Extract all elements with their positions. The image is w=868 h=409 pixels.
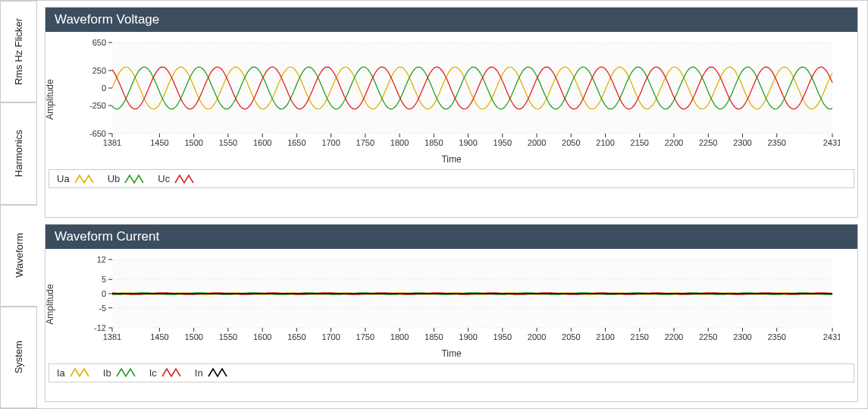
legend-item-ib[interactable]: Ib xyxy=(103,367,136,379)
legend-label: Ic xyxy=(149,367,157,379)
svg-text:2300: 2300 xyxy=(733,138,751,147)
svg-text:2100: 2100 xyxy=(596,138,614,147)
legend-item-ub[interactable]: Ub xyxy=(108,173,145,184)
tab-label: Rms Hz Flicker xyxy=(13,18,24,85)
svg-text:250: 250 xyxy=(92,66,106,75)
svg-text:2050: 2050 xyxy=(562,138,580,147)
legend-label: Uc xyxy=(158,173,170,184)
current-chart: Amplitude -12-50512138114501500155016001… xyxy=(45,249,857,360)
svg-text:1550: 1550 xyxy=(219,138,237,147)
legend-swatch-icon xyxy=(208,367,227,378)
svg-text:1900: 1900 xyxy=(459,138,477,147)
tab-waveform[interactable]: Waveform xyxy=(1,205,37,307)
svg-text:1850: 1850 xyxy=(425,332,443,341)
svg-text:1900: 1900 xyxy=(459,332,477,341)
legend-label: Ua xyxy=(57,173,70,184)
svg-text:1700: 1700 xyxy=(321,332,340,341)
voltage-panel: Waveform Voltage Amplitude -650-25002506… xyxy=(45,7,858,218)
tab-harmonics[interactable]: Harmonics xyxy=(1,102,37,204)
tab-rms-hz-flicker[interactable]: Rms Hz Flicker xyxy=(1,1,37,102)
svg-text:2200: 2200 xyxy=(665,138,683,147)
svg-text:-250: -250 xyxy=(89,101,106,110)
svg-text:1600: 1600 xyxy=(253,332,271,341)
svg-text:2050: 2050 xyxy=(562,332,580,341)
legend-swatch-icon xyxy=(74,174,94,184)
legend-label: Ia xyxy=(57,367,65,379)
svg-text:-5: -5 xyxy=(99,303,106,312)
svg-text:1750: 1750 xyxy=(356,332,374,341)
legend-label: In xyxy=(195,367,203,379)
svg-text:2350: 2350 xyxy=(767,332,785,341)
tab-system[interactable]: System xyxy=(1,307,37,408)
voltage-xlabel: Time xyxy=(45,154,857,165)
legend-item-ua[interactable]: Ua xyxy=(57,173,94,184)
current-legend: IaIbIcIn xyxy=(49,363,854,382)
voltage-legend: UaUbUc xyxy=(49,169,854,188)
svg-text:1500: 1500 xyxy=(184,332,202,341)
legend-swatch-icon xyxy=(174,174,194,184)
svg-text:1700: 1700 xyxy=(321,138,340,147)
svg-text:2150: 2150 xyxy=(631,332,649,341)
svg-text:5: 5 xyxy=(102,275,106,284)
voltage-plot-svg: -650-25002506501381145015001550160016501… xyxy=(82,36,840,150)
legend-item-in[interactable]: In xyxy=(195,367,227,379)
svg-text:1950: 1950 xyxy=(494,138,512,147)
svg-text:-650: -650 xyxy=(89,129,106,138)
legend-swatch-icon xyxy=(124,174,144,184)
current-ylabel: Amplitude xyxy=(45,284,55,324)
legend-item-ic[interactable]: Ic xyxy=(149,367,181,379)
svg-text:12: 12 xyxy=(97,255,106,264)
svg-text:-12: -12 xyxy=(94,323,106,332)
svg-text:2431: 2431 xyxy=(823,332,840,341)
svg-text:2431: 2431 xyxy=(823,138,840,147)
svg-text:1800: 1800 xyxy=(390,332,409,341)
svg-text:1650: 1650 xyxy=(287,332,306,341)
svg-text:1500: 1500 xyxy=(184,138,202,147)
current-xlabel: Time xyxy=(45,348,857,359)
svg-text:1450: 1450 xyxy=(150,138,168,147)
main-content: Waveform Voltage Amplitude -650-25002506… xyxy=(37,1,867,408)
svg-text:2100: 2100 xyxy=(596,332,614,341)
svg-text:2350: 2350 xyxy=(767,138,785,147)
svg-text:650: 650 xyxy=(92,38,106,47)
svg-text:1650: 1650 xyxy=(287,138,306,147)
svg-text:0: 0 xyxy=(102,83,106,93)
sidebar: Rms Hz Flicker Harmonics Waveform System xyxy=(1,1,37,408)
legend-item-uc[interactable]: Uc xyxy=(158,173,194,184)
svg-text:2250: 2250 xyxy=(699,332,717,341)
svg-text:1950: 1950 xyxy=(494,332,512,341)
legend-label: Ib xyxy=(103,367,111,379)
svg-text:1381: 1381 xyxy=(103,138,121,147)
voltage-ylabel: Amplitude xyxy=(45,79,55,119)
svg-text:1450: 1450 xyxy=(150,332,168,341)
legend-swatch-icon xyxy=(161,367,181,378)
svg-text:1750: 1750 xyxy=(356,138,374,147)
voltage-chart: Amplitude -650-2500250650138114501500155… xyxy=(45,32,857,166)
tab-label: Waveform xyxy=(14,233,25,278)
svg-text:1800: 1800 xyxy=(390,138,409,147)
legend-label: Ub xyxy=(108,173,121,184)
svg-text:1600: 1600 xyxy=(253,138,271,147)
svg-text:2300: 2300 xyxy=(733,332,751,341)
svg-text:2200: 2200 xyxy=(665,332,683,341)
tab-label: Harmonics xyxy=(13,130,24,177)
current-panel: Waveform Current Amplitude -12-505121381… xyxy=(45,224,858,402)
legend-swatch-icon xyxy=(70,367,89,378)
voltage-panel-title: Waveform Voltage xyxy=(45,8,857,32)
current-plot-svg: -12-505121381145015001550160016501700175… xyxy=(82,253,840,345)
svg-text:2250: 2250 xyxy=(699,138,717,147)
app-root: Rms Hz Flicker Harmonics Waveform System… xyxy=(0,0,868,409)
legend-item-ia[interactable]: Ia xyxy=(57,367,89,379)
svg-text:2150: 2150 xyxy=(631,138,649,147)
svg-text:2000: 2000 xyxy=(528,138,546,147)
svg-text:1550: 1550 xyxy=(219,332,237,341)
svg-text:1850: 1850 xyxy=(425,138,443,147)
svg-text:0: 0 xyxy=(102,289,106,298)
svg-text:2000: 2000 xyxy=(528,332,546,341)
tab-label: System xyxy=(13,341,24,373)
current-panel-title: Waveform Current xyxy=(45,225,857,249)
svg-text:1381: 1381 xyxy=(103,332,121,341)
legend-swatch-icon xyxy=(116,367,136,378)
